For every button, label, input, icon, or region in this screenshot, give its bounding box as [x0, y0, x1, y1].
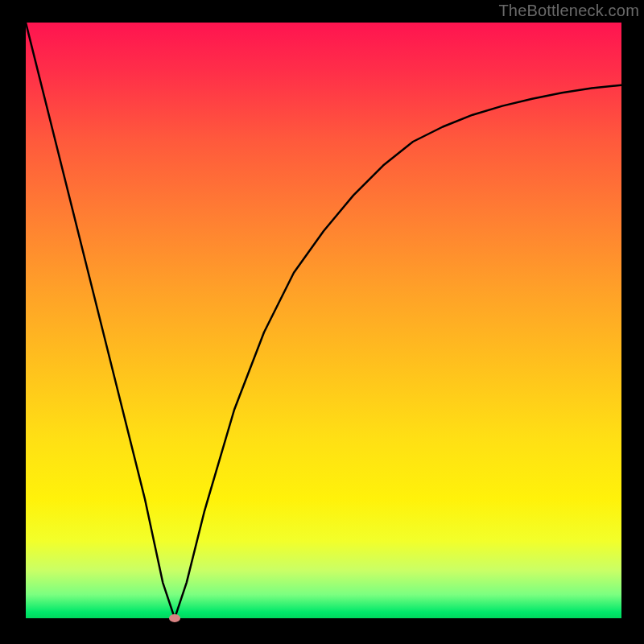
attribution-text: TheBottleneck.com [498, 2, 639, 20]
minimum-marker [169, 614, 180, 622]
plot-area [26, 23, 621, 618]
bottleneck-curve [26, 23, 621, 618]
chart-frame: TheBottleneck.com [0, 0, 644, 644]
